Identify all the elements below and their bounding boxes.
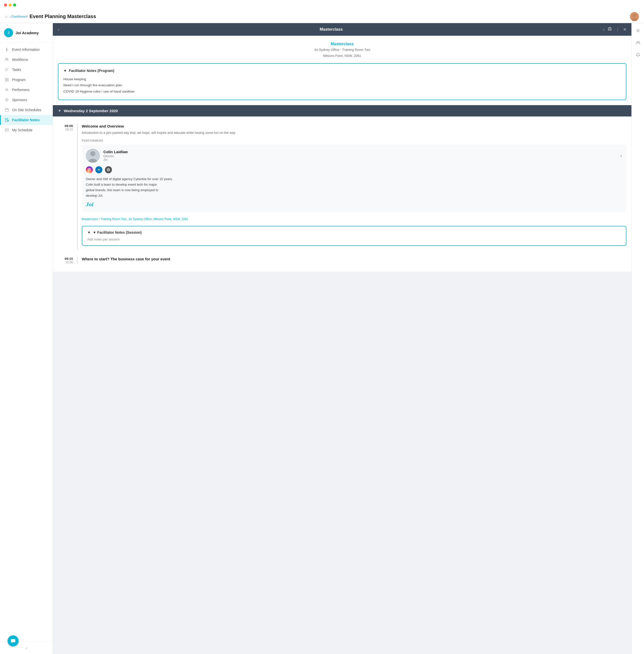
chat-button[interactable]	[7, 635, 19, 647]
facilitator-notes-title: Facilitator Notes (Program)	[69, 69, 114, 73]
performer-org-logo: Joi	[86, 201, 622, 208]
venue-location-line1: Joi Sydney Office - Training Room Two	[58, 47, 626, 52]
close-button[interactable]: ✕	[623, 27, 626, 32]
venue-title: Masterclass	[58, 42, 626, 46]
titlebar	[0, 0, 644, 10]
breadcrumb-link[interactable]: ‹ Dashboard	[9, 15, 28, 18]
panel-body: Masterclass Joi Sydney Office - Training…	[53, 36, 631, 100]
main-layout: J Joi Academy ℹ Event Information Workfo…	[0, 23, 644, 654]
session-1-time: 09:00 09:15	[58, 124, 73, 250]
sidebar-item-program[interactable]: Program	[0, 75, 52, 85]
window-controls	[4, 3, 16, 6]
sidebar-item-performers[interactable]: Performers	[0, 85, 52, 95]
instagram-icon[interactable]	[86, 166, 93, 173]
facilitator-notes-toggle[interactable]: ▼ Facilitator Notes (Program)	[63, 69, 621, 73]
sidebar-label-program: Program	[12, 78, 26, 82]
next-session-preview: 09:15 10:00 Where to start? The business…	[53, 253, 631, 267]
svg-point-12	[5, 99, 8, 101]
performer-info: Colin Laidlaw Director Joi	[104, 150, 616, 162]
svg-rect-10	[5, 80, 6, 81]
event-panel: ‹ Masterclass › ⋮ ✕ Masterclass Joi Sydn…	[53, 23, 631, 272]
linkedin-icon[interactable]: in	[95, 166, 102, 173]
session-1-time-end: 09:15	[58, 128, 73, 131]
facilitator-notes-content: House keeping Need t run through fire ev…	[63, 76, 621, 95]
sidebar-item-facilitator-notes[interactable]: Facilitator Notes	[0, 115, 52, 125]
sidebar-label-tasks: Tasks	[12, 68, 21, 72]
session-1-description: Introduction to a jam packed day that, w…	[82, 130, 626, 136]
sidebar-label-my-schedule: My Schedule	[12, 128, 32, 132]
panel-next-button[interactable]: ›	[603, 27, 604, 32]
minimize-dot[interactable]	[8, 3, 12, 6]
home-icon[interactable]: ⌂	[5, 14, 7, 19]
session-1-time-start: 09:00	[58, 124, 73, 128]
sidebar-label-on-site-schedules: On Site Schedules	[12, 108, 41, 112]
session-notes-chevron-icon: ▼	[87, 230, 91, 234]
sidebar-label-event-information: Event Information	[12, 48, 40, 51]
sidebar-item-workforce[interactable]: Workforce	[0, 54, 52, 65]
close-dot[interactable]	[4, 3, 7, 6]
session-notes-content[interactable]: Add notes per session	[87, 237, 621, 241]
performer-expand-icon[interactable]: ∧	[620, 154, 622, 158]
next-session-content: Where to start? The business case for yo…	[82, 257, 626, 264]
performer-org: Joi	[104, 158, 616, 162]
svg-point-40	[638, 42, 640, 43]
collapse-button[interactable]: ‹	[4, 646, 48, 650]
schedule-header: ▼ Wednesday 2 September 2020	[53, 105, 631, 116]
sidebar-collapse: ‹	[0, 642, 52, 654]
sidebar-item-on-site-schedules[interactable]: On Site Schedules	[0, 105, 52, 115]
performer-name: Colin Laidlaw	[104, 150, 616, 154]
svg-point-39	[637, 42, 638, 43]
svg-rect-9	[7, 78, 8, 79]
right-sidebar-menu-icon[interactable]	[635, 27, 642, 34]
schedule-chevron-icon[interactable]: ▼	[58, 109, 61, 113]
next-session-title: Where to start? The business case for yo…	[82, 257, 626, 261]
session-location-link[interactable]: Masterclass • Training Room Two, Joi Syd…	[82, 214, 626, 222]
sidebar-label-facilitator-notes: Facilitator Notes	[12, 118, 40, 122]
svg-point-13	[6, 99, 7, 100]
session-notes-toggle[interactable]: ▼ ▼ Facilitator Notes (Session)	[87, 230, 621, 234]
facilitator-chevron-icon: ▼	[63, 69, 67, 73]
maximize-dot[interactable]	[13, 3, 16, 6]
website-icon[interactable]	[105, 166, 112, 173]
svg-rect-22	[5, 129, 8, 132]
svg-rect-8	[5, 78, 6, 79]
right-sidebar-notifications-icon[interactable]	[635, 51, 642, 59]
session-notes-box: ▼ ▼ Facilitator Notes (Session) Add note…	[82, 226, 626, 246]
session-notes-title: ▼ Facilitator Notes (Session)	[93, 230, 142, 234]
sidebar-item-tasks[interactable]: Tasks	[0, 65, 52, 75]
right-sidebar-users-icon[interactable]	[635, 39, 642, 46]
panel-actions: ⋮ ✕	[607, 27, 626, 32]
svg-point-1	[633, 14, 636, 17]
performers-icon	[4, 88, 9, 92]
program-icon	[4, 77, 9, 82]
brand-icon: J	[4, 28, 13, 37]
next-session-time-start: 09:15	[58, 257, 73, 261]
performer-bio: Owner and GM of digital agency Cyberbia …	[86, 176, 622, 198]
performer-card-colin: Colin Laidlaw Director Joi ∧	[82, 145, 626, 212]
sidebar-item-sponsors[interactable]: Sponsors	[0, 95, 52, 105]
schedules-icon	[4, 108, 9, 112]
sidebar-brand: J Joi Academy	[0, 23, 52, 43]
sidebar-label-performers: Performers	[12, 88, 29, 92]
print-button[interactable]	[607, 27, 612, 32]
avatar[interactable]	[630, 12, 639, 21]
more-options-button[interactable]: ⋮	[616, 27, 620, 32]
next-session-divider	[77, 257, 78, 264]
sidebar-item-my-schedule[interactable]: My Schedule	[0, 125, 52, 135]
tasks-icon	[4, 67, 9, 72]
sidebar-item-event-information[interactable]: ℹ Event Information	[0, 45, 52, 54]
facilitator-note-line-2: Need t run through fire evacuation plan	[63, 82, 621, 88]
svg-point-28	[90, 151, 95, 156]
facilitator-note-line-3: COVID 19 Hygiene rules / use of hand san…	[63, 89, 621, 95]
facilitator-notes-box: ▼ Facilitator Notes (Program) House keep…	[58, 63, 626, 100]
next-session-time-end: 10:00	[58, 261, 73, 264]
page-title: Event Planning Masterclass	[29, 14, 96, 19]
page-header: ⌂ ‹ Dashboard Event Planning Masterclass	[0, 10, 644, 23]
session-1-divider	[77, 124, 78, 250]
panel-prev-button[interactable]: ‹	[58, 27, 60, 32]
svg-point-3	[5, 59, 7, 60]
right-sidebar	[631, 23, 644, 654]
performer-role: Director	[104, 155, 616, 158]
info-icon: ℹ	[4, 47, 9, 52]
svg-rect-14	[5, 109, 8, 112]
